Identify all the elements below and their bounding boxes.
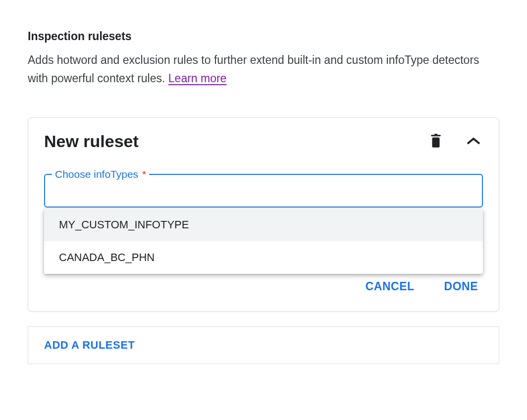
infotype-label-text: Choose infoTypes bbox=[55, 168, 138, 180]
section-description-text: Adds hotword and exclusion rules to furt… bbox=[28, 53, 479, 85]
done-button[interactable]: DONE bbox=[442, 277, 480, 296]
svg-rect-2 bbox=[432, 138, 440, 148]
card-header: New ruleset bbox=[44, 132, 483, 151]
infotype-select[interactable]: Choose infoTypes * bbox=[44, 174, 483, 208]
dropdown-option-1[interactable]: CANADA_BC_PHN bbox=[44, 241, 483, 274]
section-description: Adds hotword and exclusion rules to furt… bbox=[28, 51, 499, 88]
collapse-button[interactable] bbox=[464, 135, 483, 148]
trash-icon bbox=[429, 134, 442, 149]
ruleset-title: New ruleset bbox=[44, 132, 139, 151]
svg-rect-1 bbox=[434, 134, 437, 135]
dropdown-option-0[interactable]: MY_CUSTOM_INFOTYPE bbox=[44, 209, 483, 241]
card-header-actions bbox=[427, 132, 483, 151]
infotype-dropdown: MY_CUSTOM_INFOTYPE CANADA_BC_PHN bbox=[44, 209, 483, 274]
card-actions: CANCEL DONE bbox=[44, 277, 483, 296]
infotype-label: Choose infoTypes * bbox=[52, 168, 149, 180]
chevron-up-icon bbox=[466, 137, 481, 146]
learn-more-link[interactable]: Learn more bbox=[168, 72, 227, 85]
ruleset-card: New ruleset bbox=[28, 117, 499, 312]
delete-button[interactable] bbox=[427, 132, 444, 151]
required-asterisk: * bbox=[142, 168, 146, 180]
infotype-field-wrap: Choose infoTypes * MY_CUSTOM_INFOTYPE CA… bbox=[44, 174, 483, 208]
svg-rect-0 bbox=[431, 135, 440, 136]
section-title: Inspection rulesets bbox=[28, 30, 499, 43]
cancel-button[interactable]: CANCEL bbox=[364, 277, 417, 296]
add-ruleset-button[interactable]: ADD A RULESET bbox=[28, 326, 499, 364]
